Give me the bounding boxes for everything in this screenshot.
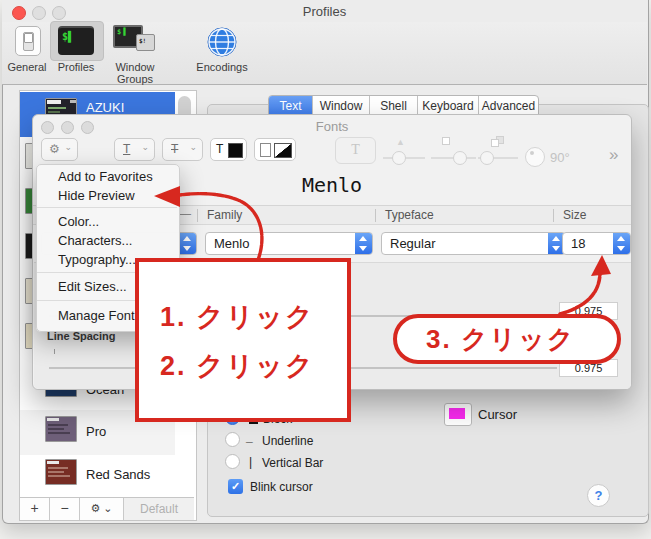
family-popup[interactable]: Menlo: [205, 232, 373, 255]
shadow-offset-slider[interactable]: [480, 151, 494, 165]
typeface-popup[interactable]: Regular: [381, 232, 566, 255]
preview-divider-handle[interactable]: —: [179, 207, 191, 221]
annotation-step3: 3. クリック: [426, 322, 575, 357]
radio-underline-label: Underline: [262, 434, 313, 448]
typeface-value: Regular: [390, 236, 436, 251]
shadow-opacity-slider[interactable]: [392, 151, 406, 165]
size-value: 18: [571, 236, 585, 251]
menu-item-characters[interactable]: Characters...: [37, 231, 177, 250]
text-color-t-icon: T: [216, 142, 223, 156]
toolbar-overflow-chevrons[interactable]: »: [609, 145, 618, 165]
column-separator: [375, 209, 376, 222]
strikethrough-style-button[interactable]: T ⌄: [162, 138, 203, 161]
family-value: Menlo: [214, 236, 249, 251]
text-color-swatch: [228, 143, 243, 158]
stepper-icon[interactable]: [613, 233, 630, 254]
remove-profile-button[interactable]: −: [50, 498, 80, 520]
shadow-blur-icon: [442, 137, 450, 145]
gear-icon: ⚙: [90, 502, 100, 514]
gear-icon: ⚙: [49, 142, 60, 156]
shadow-blur-slider[interactable]: [453, 151, 467, 165]
shadow-offset-icon: [491, 139, 499, 147]
underline-style-button[interactable]: T ⌄: [114, 138, 155, 161]
fonts-panel-title: Fonts: [33, 119, 631, 134]
disabled-typography-button[interactable]: T: [335, 137, 376, 164]
annotation-step2: 2. クリック: [160, 348, 315, 384]
shadow-angle-dial[interactable]: [525, 147, 545, 167]
add-profile-button[interactable]: +: [20, 498, 50, 520]
profile-row-red-sands[interactable]: Red Sands: [20, 455, 175, 500]
window-groups-icon-front[interactable]: $!: [136, 34, 155, 51]
toolbar-item-profiles[interactable]: Profiles: [50, 61, 102, 73]
menu-item-hide-preview[interactable]: Hide Preview: [37, 186, 177, 205]
document-color-swatch: [274, 143, 292, 158]
sidebar-footer: + − ⚙ ⌄ Default: [20, 497, 194, 520]
profile-label: Red Sands: [86, 467, 150, 482]
document-icon: [260, 143, 271, 157]
stepper-icon[interactable]: [355, 233, 372, 254]
radio-vertical-bar[interactable]: [225, 454, 240, 469]
cursor-swatch-label: Cursor: [478, 407, 517, 422]
annotation-box: [135, 258, 351, 422]
chevron-down-icon: ⌄: [189, 142, 197, 152]
general-icon[interactable]: [15, 26, 41, 56]
default-button[interactable]: Default: [124, 498, 194, 520]
chevron-down-icon: ⌄: [141, 142, 149, 152]
toolbar-item-general[interactable]: General: [0, 61, 54, 73]
underline-cursor-icon: _: [246, 430, 253, 444]
menu-item-color[interactable]: Color...: [37, 212, 177, 231]
encodings-globe-icon[interactable]: [207, 27, 237, 57]
chevron-down-icon: ⌄: [103, 502, 112, 514]
typeface-column-header: Typeface: [385, 208, 434, 222]
profile-label: AZUKI: [86, 100, 124, 115]
cursor-color-swatch: [449, 408, 465, 419]
underline-t-icon: T: [123, 142, 130, 156]
profiles-terminal-icon[interactable]: $▌: [58, 26, 94, 55]
toolbar-item-encodings[interactable]: Encodings: [193, 61, 251, 73]
font-actions-gear-button[interactable]: ⚙ ⌄: [41, 138, 78, 161]
profile-label: Pro: [86, 424, 106, 439]
radio-vertical-bar-label: Vertical Bar: [262, 456, 323, 470]
strikethrough-t-icon: T: [171, 142, 178, 156]
toolbar-item-window-groups[interactable]: Window Groups: [102, 61, 168, 85]
shadow-angle-value: 90°: [550, 150, 570, 165]
profile-actions-gear-button[interactable]: ⚙ ⌄: [80, 498, 124, 520]
menu-separator: [37, 207, 177, 208]
document-color-button[interactable]: [254, 138, 296, 161]
blink-cursor-label: Blink cursor: [250, 480, 313, 494]
slider-tick: [54, 349, 55, 354]
text-color-button[interactable]: T: [210, 138, 247, 161]
size-column-header: Size: [563, 208, 586, 222]
vertical-bar-cursor-icon: |: [249, 455, 252, 469]
window-title: Profiles: [2, 4, 647, 19]
size-popup[interactable]: 18: [562, 232, 631, 255]
column-separator: [197, 209, 198, 222]
annotation-step1: 1. クリック: [160, 299, 315, 335]
column-separator: [553, 209, 554, 222]
blink-cursor-checkbox[interactable]: ✓: [228, 479, 243, 494]
family-column-header: Family: [207, 208, 242, 222]
screenshot-stage: Profiles General $▌ Profiles $▐ $! Windo…: [0, 0, 651, 539]
menu-item-add-to-favorites[interactable]: Add to Favorites: [37, 167, 177, 186]
chevron-down-icon: ⌄: [64, 142, 72, 152]
radio-underline[interactable]: [225, 432, 240, 447]
shadow-opacity-icon: ▲: [396, 137, 405, 147]
help-button[interactable]: ?: [587, 484, 610, 507]
stepper-icon[interactable]: [179, 233, 196, 254]
